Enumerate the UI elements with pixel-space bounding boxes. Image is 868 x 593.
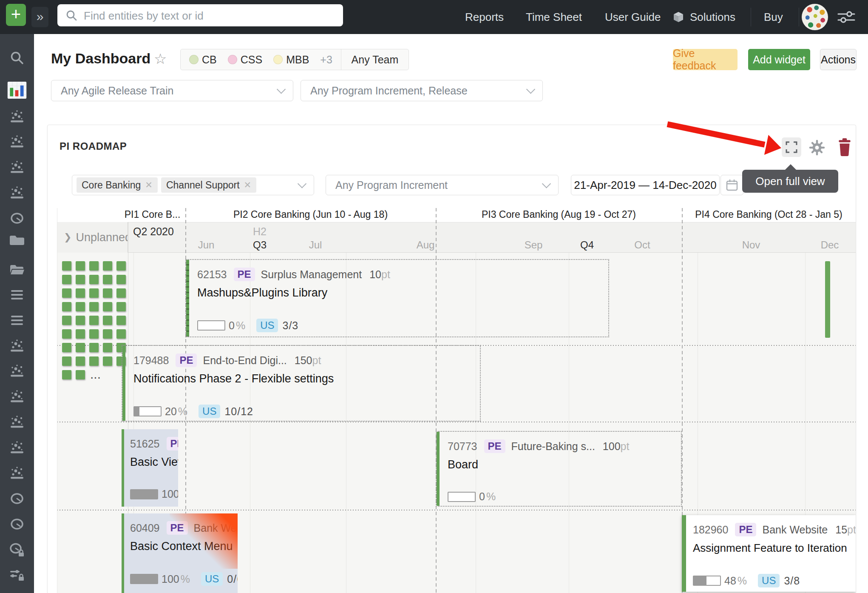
sidebar-collapse-button[interactable]: » — [31, 7, 48, 27]
gauge-lock-icon[interactable] — [7, 540, 27, 559]
nav-solutions[interactable]: Solutions — [690, 0, 735, 34]
dashboard-chart-icon[interactable] — [7, 81, 27, 100]
unplanned-item[interactable] — [103, 343, 112, 352]
card-meta: 179488 PE End-to-End Digi... 150pt — [133, 354, 321, 367]
give-feedback-button[interactable]: Give feedback — [673, 49, 738, 70]
delete-widget-button[interactable] — [837, 138, 852, 156]
unplanned-item[interactable] — [116, 288, 126, 298]
unplanned-item[interactable] — [89, 329, 99, 339]
unplanned-item[interactable] — [62, 370, 71, 379]
unplanned-lane-toggle[interactable]: ❯ Unplanned — [57, 222, 128, 253]
avatar[interactable] — [802, 4, 828, 30]
unplanned-item[interactable] — [62, 288, 71, 298]
unplanned-item[interactable] — [76, 275, 85, 284]
unplanned-item[interactable] — [89, 316, 99, 325]
unplanned-item[interactable] — [89, 275, 99, 284]
unplanned-item[interactable] — [76, 261, 85, 271]
milestone-bar[interactable] — [825, 261, 830, 338]
unplanned-item[interactable] — [62, 329, 71, 339]
calendar-button[interactable] — [720, 175, 743, 195]
unplanned-item[interactable] — [76, 370, 85, 379]
roadmap-card[interactable]: 182960 PE Bank Website 15pt Assignment F… — [682, 515, 856, 592]
unplanned-item[interactable] — [103, 275, 112, 284]
search-input[interactable] — [83, 4, 335, 27]
agile-release-train-select[interactable]: Any Agile Release Train — [51, 80, 293, 101]
any-team-selector[interactable]: Any Team — [341, 49, 408, 70]
unplanned-item[interactable] — [116, 316, 126, 325]
roadmap-card[interactable]: 179488 PE End-to-End Digi... 150pt Notif… — [122, 345, 481, 422]
gauge-icon[interactable] — [7, 489, 27, 508]
program-increment-select[interactable]: Any Program Increment — [326, 175, 559, 195]
unplanned-item[interactable] — [89, 356, 99, 366]
views-board-icon[interactable] — [7, 413, 27, 431]
add-widget-button[interactable]: Add widget — [748, 49, 810, 70]
entity-type-badge: PE — [167, 521, 188, 535]
unplanned-item[interactable] — [76, 356, 85, 366]
unplanned-item[interactable] — [89, 302, 99, 311]
views-board-icon[interactable] — [7, 107, 27, 126]
settings-sliders-icon[interactable] — [837, 9, 856, 26]
unplanned-item[interactable] — [62, 275, 71, 284]
unplanned-item[interactable] — [76, 288, 85, 298]
roadmap-card[interactable]: 60409 PE Bank Website Basic Context Menu… — [122, 513, 238, 593]
unplanned-item[interactable] — [103, 288, 112, 298]
unplanned-item[interactable] — [103, 261, 112, 271]
unplanned-item[interactable] — [103, 302, 112, 311]
unplanned-item[interactable] — [103, 329, 112, 339]
widget-settings-button[interactable] — [808, 139, 825, 156]
nav-buy[interactable]: Buy — [764, 0, 783, 34]
list-icon[interactable] — [7, 311, 27, 330]
views-board-icon[interactable] — [7, 362, 27, 380]
folder-open-icon[interactable] — [7, 260, 27, 279]
app-window: + » Reports Time Sheet User Guide Soluti… — [0, 0, 868, 593]
gauge-icon[interactable] — [7, 209, 27, 228]
gauge-icon[interactable] — [7, 515, 27, 533]
unplanned-item[interactable] — [116, 329, 126, 339]
add-entity-button[interactable]: + — [6, 4, 26, 26]
folder-icon[interactable] — [7, 231, 27, 250]
unplanned-item[interactable] — [62, 343, 71, 352]
nav-time-sheet[interactable]: Time Sheet — [526, 0, 582, 34]
sliders-lock-icon[interactable] — [7, 566, 27, 584]
remove-tag-icon[interactable]: ✕ — [244, 180, 252, 190]
pi-column-header: PI1 Core B... — [119, 208, 185, 222]
actions-button[interactable]: Actions — [820, 49, 857, 70]
views-board-icon[interactable] — [7, 132, 27, 151]
unplanned-item[interactable] — [89, 343, 99, 352]
views-board-icon[interactable] — [7, 336, 27, 355]
unplanned-item[interactable] — [116, 275, 126, 284]
unplanned-item[interactable] — [76, 302, 85, 311]
team-scope-selector[interactable]: CB CSS MBB +3 Any Team — [180, 49, 409, 70]
views-board-icon[interactable] — [7, 464, 27, 482]
unplanned-item[interactable] — [116, 302, 126, 311]
unplanned-item[interactable] — [62, 316, 71, 325]
unplanned-item[interactable] — [89, 288, 99, 298]
remove-tag-icon[interactable]: ✕ — [145, 180, 153, 190]
program-increment-release-select[interactable]: Any Program Increment, Release — [301, 80, 543, 101]
unplanned-item[interactable] — [76, 343, 85, 352]
project-filter-multiselect[interactable]: Core Banking ✕ Channel Support ✕ — [72, 175, 314, 195]
unplanned-item[interactable] — [76, 329, 85, 339]
favorite-star-icon[interactable]: ☆ — [154, 50, 167, 67]
date-range-input[interactable]: 21-Apr-2019 — 14-Dec-2020 — [571, 175, 720, 195]
unplanned-item[interactable] — [103, 316, 112, 325]
views-board-icon[interactable] — [7, 438, 27, 457]
unplanned-item[interactable] — [116, 261, 126, 271]
unplanned-item[interactable] — [62, 302, 71, 311]
views-board-icon[interactable] — [7, 158, 27, 177]
unplanned-more[interactable]: ... — [90, 370, 101, 384]
unplanned-item[interactable] — [76, 316, 85, 325]
unplanned-item[interactable] — [62, 261, 71, 271]
unplanned-item[interactable] — [89, 261, 99, 271]
nav-reports[interactable]: Reports — [465, 0, 504, 34]
search-icon[interactable] — [7, 49, 27, 68]
roadmap-card[interactable]: 51625 PE Basic Views 100% — [122, 429, 178, 507]
views-board-icon[interactable] — [7, 183, 27, 202]
nav-user-guide[interactable]: User Guide — [605, 0, 661, 34]
roadmap-card[interactable]: 62153 PE Surplus Management 10pt Mashups… — [185, 259, 609, 337]
roadmap-card[interactable]: 70773 PE Future-Baking s... 100pt Board … — [436, 431, 682, 507]
unplanned-item[interactable] — [103, 356, 112, 366]
views-board-icon[interactable] — [7, 387, 27, 406]
unplanned-item[interactable] — [62, 356, 71, 366]
list-icon[interactable] — [7, 285, 27, 304]
